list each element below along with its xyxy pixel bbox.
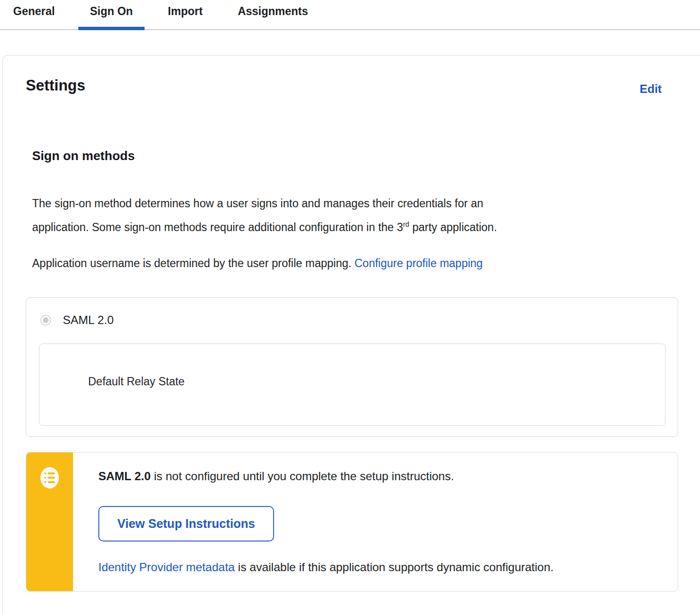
description-line2: application. Some sign-on methods requir… bbox=[32, 221, 403, 234]
view-setup-instructions-button[interactable]: View Setup Instructions bbox=[98, 506, 274, 542]
tab-bar: General Sign On Import Assignments bbox=[0, 0, 700, 30]
banner-message-text: is not configured until you complete the… bbox=[151, 470, 454, 483]
tab-sign-on[interactable]: Sign On bbox=[78, 0, 145, 30]
description-superscript: rd bbox=[403, 220, 409, 228]
saml-radio-button[interactable] bbox=[40, 315, 51, 325]
tab-import[interactable]: Import bbox=[156, 0, 215, 30]
default-relay-state-field: Default Relay State bbox=[39, 343, 665, 426]
saml-radio-label: SAML 2.0 bbox=[63, 313, 114, 327]
configure-profile-mapping-link[interactable]: Configure profile mapping bbox=[354, 257, 482, 270]
tab-general[interactable]: General bbox=[1, 0, 67, 30]
settings-panel: Settings Edit Sign on methods The sign-o… bbox=[2, 55, 700, 614]
metadata-note: Identity Provider metadata is available … bbox=[98, 560, 553, 574]
banner-content: SAML 2.0 is not configured until you com… bbox=[73, 452, 678, 591]
bulleted-list-icon bbox=[40, 467, 59, 488]
sign-on-method-description: The sign-on method determines how a user… bbox=[32, 192, 660, 239]
tab-assignments[interactable]: Assignments bbox=[226, 0, 319, 30]
metadata-note-text: is available if this application support… bbox=[235, 560, 553, 574]
default-relay-state-label: Default Relay State bbox=[88, 375, 184, 388]
tab-general-label: General bbox=[13, 5, 55, 18]
description-line1: The sign-on method determines how a user… bbox=[32, 197, 483, 210]
banner-message-bold: SAML 2.0 bbox=[98, 470, 151, 483]
sign-on-methods-heading: Sign on methods bbox=[32, 148, 135, 163]
identity-provider-metadata-link[interactable]: Identity Provider metadata bbox=[98, 560, 235, 574]
saml-radio-row: SAML 2.0 bbox=[40, 313, 114, 327]
edit-link[interactable]: Edit bbox=[640, 82, 662, 96]
tab-assignments-label: Assignments bbox=[238, 5, 308, 18]
tab-sign-on-label: Sign On bbox=[90, 5, 133, 18]
tab-import-label: Import bbox=[168, 5, 203, 18]
page-title: Settings bbox=[26, 77, 85, 94]
username-note-text: Application username is determined by th… bbox=[32, 257, 354, 270]
saml-method-box: SAML 2.0 Default Relay State bbox=[26, 297, 678, 437]
banner-message: SAML 2.0 is not configured until you com… bbox=[98, 470, 658, 483]
radio-dot-icon bbox=[43, 317, 49, 323]
username-note: Application username is determined by th… bbox=[32, 252, 660, 275]
banner-warning-strip bbox=[26, 452, 73, 591]
saml-setup-banner: SAML 2.0 is not configured until you com… bbox=[26, 452, 678, 592]
description-line2-end: party application. bbox=[409, 221, 497, 234]
